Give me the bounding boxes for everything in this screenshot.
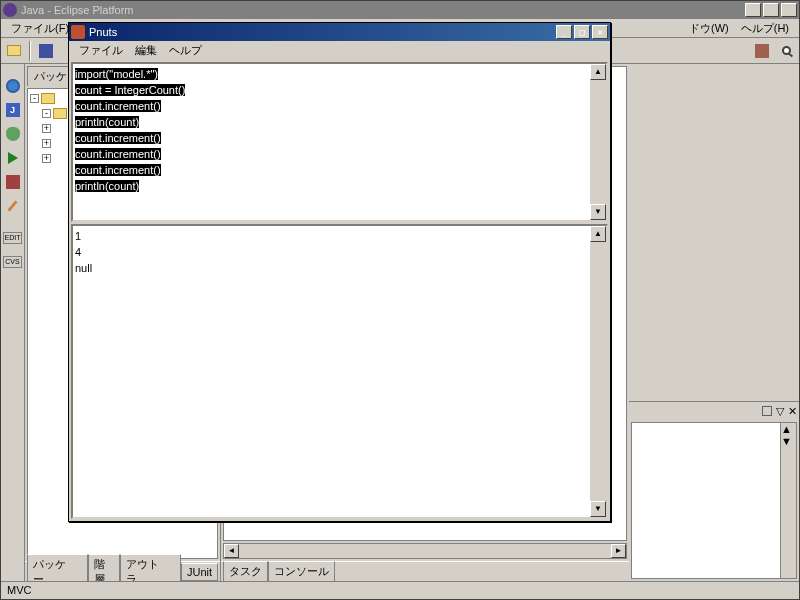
view-dropdown-icon[interactable]: ▽: [776, 405, 784, 418]
scroll-left-button[interactable]: ◄: [224, 544, 239, 558]
pnuts-menubar: ファイル 編集 ヘルプ: [69, 41, 610, 60]
pnuts-window-controls: _ □ ✕: [556, 25, 608, 39]
edit-label-button[interactable]: EDIT: [3, 228, 23, 248]
code-line: println(count): [75, 178, 604, 194]
pnuts-close-button[interactable]: ✕: [592, 25, 608, 39]
code-content: import("model.*") count = IntegerCount()…: [73, 64, 606, 196]
view-menu-icon[interactable]: [762, 406, 772, 416]
code-line: count.increment(): [75, 130, 604, 146]
expand-icon[interactable]: +: [42, 139, 51, 148]
right-upper-panel: [629, 64, 799, 401]
pnuts-menu-file[interactable]: ファイル: [73, 41, 129, 60]
new-button[interactable]: [3, 40, 25, 62]
right-lower-toolbar: ▽ ✕: [629, 402, 799, 420]
output-line: null: [75, 262, 92, 274]
scroll-up-button[interactable]: ▲: [590, 226, 606, 242]
debug-button[interactable]: [3, 124, 23, 144]
pnuts-window[interactable]: Pnuts _ □ ✕ ファイル 編集 ヘルプ import("model.*"…: [68, 22, 611, 522]
editor-scrollbar-h[interactable]: ◄ ►: [223, 543, 627, 559]
cvs-button[interactable]: CVS: [3, 252, 23, 272]
toolbar-separator: [29, 41, 31, 61]
tab-junit[interactable]: JUnit: [181, 563, 218, 581]
tab-tasks[interactable]: タスク: [223, 561, 268, 582]
save-icon: [39, 44, 53, 58]
code-line: println(count): [75, 114, 604, 130]
expand-icon[interactable]: -: [42, 109, 51, 118]
menu-file[interactable]: ファイル(F): [5, 19, 75, 38]
code-line: count = IntegerCount(): [75, 82, 604, 98]
menu-window[interactable]: ドウ(W): [683, 19, 735, 38]
right-scrollbar-v[interactable]: ▲ ▼: [780, 423, 796, 578]
search-icon: [782, 46, 791, 55]
globe-icon: [6, 79, 20, 93]
perspective-java-button[interactable]: [3, 76, 23, 96]
pnuts-body: import("model.*") count = IntegerCount()…: [71, 62, 608, 519]
external-icon: [755, 44, 769, 58]
left-toolbar: J EDIT CVS: [1, 64, 25, 581]
pnuts-titlebar[interactable]: Pnuts _ □ ✕: [69, 23, 610, 41]
pnuts-title: Pnuts: [89, 26, 556, 38]
pnuts-menu-edit[interactable]: 編集: [129, 41, 163, 60]
j-icon: J: [6, 103, 20, 117]
run-button[interactable]: [3, 148, 23, 168]
scroll-right-button[interactable]: ►: [611, 544, 626, 558]
folder-icon: [41, 93, 55, 104]
status-text: MVC: [7, 584, 31, 596]
perspective-j-button[interactable]: J: [3, 100, 23, 120]
scroll-down-button[interactable]: ▼: [590, 501, 606, 517]
center-bottom-tabs: タスク コンソール: [221, 561, 629, 581]
eclipse-title: Java - Eclipse Platform: [21, 4, 745, 16]
edit-label-icon: EDIT: [3, 232, 23, 244]
left-bottom-tabs: パッケー... 階層 アウトラ... JUnit: [25, 561, 220, 581]
edit-button[interactable]: [3, 196, 23, 216]
run-icon: [8, 152, 18, 164]
scroll-down-button[interactable]: ▼: [590, 204, 606, 220]
eclipse-statusbar: MVC: [1, 581, 799, 599]
minimize-button[interactable]: _: [745, 3, 761, 17]
eclipse-window-controls: _ □ ✕: [745, 3, 797, 17]
folder-icon: [53, 108, 67, 119]
pnuts-minimize-button[interactable]: _: [556, 25, 572, 39]
output-line: 1: [75, 230, 81, 242]
bug-icon: [6, 127, 20, 141]
right-panel: ▽ ✕ ▲ ▼: [629, 64, 799, 581]
tab-console[interactable]: コンソール: [268, 561, 335, 582]
new-icon: [7, 45, 21, 56]
pnuts-menu-help[interactable]: ヘルプ: [163, 41, 208, 60]
pencil-icon: [7, 200, 17, 211]
scroll-down-button[interactable]: ▼: [781, 435, 796, 447]
pnuts-icon: [71, 25, 85, 39]
output-line: 4: [75, 246, 81, 258]
external-button[interactable]: [751, 40, 773, 62]
save-button[interactable]: [35, 40, 57, 62]
eclipse-titlebar[interactable]: Java - Eclipse Platform _ □ ✕: [1, 1, 799, 19]
scroll-up-button[interactable]: ▲: [590, 64, 606, 80]
tool-icon: [6, 175, 20, 189]
scroll-up-button[interactable]: ▲: [781, 423, 796, 435]
expand-icon[interactable]: +: [42, 154, 51, 163]
maximize-button[interactable]: □: [763, 3, 779, 17]
code-line: import("model.*"): [75, 66, 604, 82]
output-content: 1 4 null: [73, 226, 606, 278]
output-scrollbar-v[interactable]: ▲ ▼: [590, 226, 606, 517]
pnuts-output-pane[interactable]: 1 4 null ▲ ▼: [71, 224, 608, 519]
code-line: count.increment(): [75, 146, 604, 162]
code-line: count.increment(): [75, 162, 604, 178]
right-lower-panel: ▽ ✕ ▲ ▼: [629, 401, 799, 581]
eclipse-icon: [3, 3, 17, 17]
pnuts-code-editor[interactable]: import("model.*") count = IntegerCount()…: [71, 62, 608, 222]
cvs-icon: CVS: [3, 256, 21, 268]
search-button[interactable]: [775, 40, 797, 62]
code-scrollbar-v[interactable]: ▲ ▼: [590, 64, 606, 220]
menu-help[interactable]: ヘルプ(H): [735, 19, 795, 38]
expand-icon[interactable]: +: [42, 124, 51, 133]
expand-icon[interactable]: -: [30, 94, 39, 103]
close-button[interactable]: ✕: [781, 3, 797, 17]
close-view-icon[interactable]: ✕: [788, 406, 797, 417]
tab-package[interactable]: パッケ: [27, 66, 74, 86]
right-lower-body[interactable]: ▲ ▼: [631, 422, 797, 579]
tool-button[interactable]: [3, 172, 23, 192]
code-line: count.increment(): [75, 98, 604, 114]
pnuts-maximize-button[interactable]: □: [574, 25, 590, 39]
